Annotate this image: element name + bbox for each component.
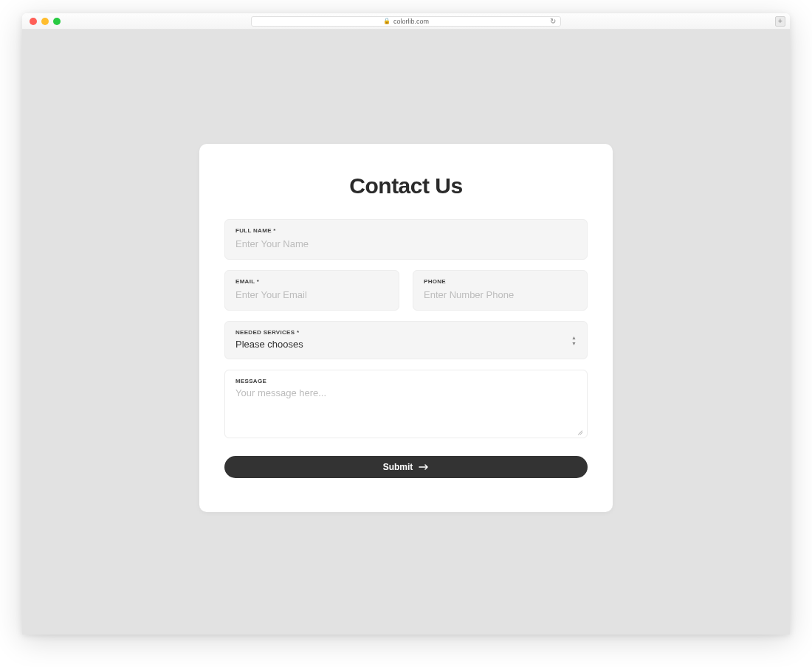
submit-button[interactable]: Submit xyxy=(224,456,588,478)
email-label: EMAIL * xyxy=(235,278,388,285)
refresh-icon[interactable]: ↻ xyxy=(550,17,556,25)
full-name-label: FULL NAME * xyxy=(235,227,577,234)
submit-button-label: Submit xyxy=(383,462,413,472)
browser-window: 🔒 colorlib.com ↻ + Contact Us FULL NAME … xyxy=(22,13,790,635)
browser-titlebar: 🔒 colorlib.com ↻ + xyxy=(22,13,790,30)
resize-handle-icon[interactable] xyxy=(577,429,582,435)
minimize-icon[interactable] xyxy=(41,18,49,25)
maximize-icon[interactable] xyxy=(53,18,61,25)
contact-form-card: Contact Us FULL NAME * EMAIL * PHONE xyxy=(199,144,613,512)
message-label: MESSAGE xyxy=(235,378,577,384)
services-label: NEEDED SERVICES * xyxy=(235,329,577,336)
full-name-field-wrapper[interactable]: FULL NAME * xyxy=(224,219,588,260)
message-field-wrapper[interactable]: MESSAGE xyxy=(224,370,588,438)
email-input[interactable] xyxy=(235,289,388,300)
email-field-wrapper[interactable]: EMAIL * xyxy=(224,270,399,311)
full-name-input[interactable] xyxy=(235,238,577,249)
phone-field-wrapper[interactable]: PHONE xyxy=(413,270,588,311)
services-select[interactable]: NEEDED SERVICES * Please chooses ▲▼ xyxy=(224,321,588,359)
close-icon[interactable] xyxy=(30,18,37,25)
window-controls xyxy=(30,18,61,25)
chevron-up-down-icon: ▲▼ xyxy=(571,335,577,346)
services-selected-value: Please chooses xyxy=(235,339,577,350)
page-viewport: Contact Us FULL NAME * EMAIL * PHONE xyxy=(22,30,790,635)
lock-icon: 🔒 xyxy=(383,18,390,24)
arrow-right-icon xyxy=(419,464,429,470)
url-text: colorlib.com xyxy=(393,18,429,25)
phone-label: PHONE xyxy=(424,278,577,285)
form-title: Contact Us xyxy=(224,173,588,198)
new-tab-button[interactable]: + xyxy=(775,16,785,27)
message-textarea[interactable] xyxy=(235,387,577,429)
address-bar[interactable]: 🔒 colorlib.com ↻ xyxy=(251,16,561,27)
phone-input[interactable] xyxy=(424,289,577,300)
